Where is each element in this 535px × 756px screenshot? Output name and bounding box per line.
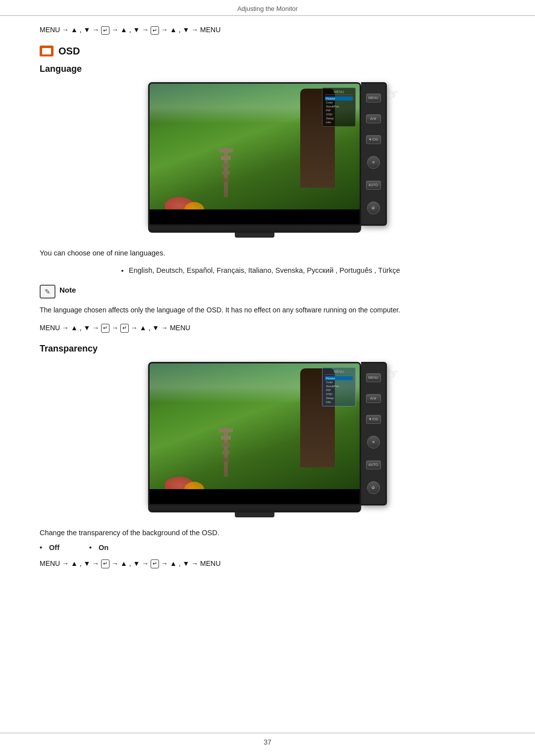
- osd-header: OSD: [40, 46, 495, 57]
- osd-overlay-2-item5: OSD: [325, 392, 353, 396]
- hand-cursor-icon-2: ☜: [385, 365, 400, 383]
- ctrl2-menu-shape: MENU: [366, 373, 381, 382]
- osd-menu-item-5: OSD: [325, 112, 353, 116]
- option-on-label: On: [99, 544, 108, 552]
- option-off-bullet: •: [40, 544, 42, 552]
- transparency-options: • Off • On: [40, 544, 495, 552]
- page-footer: 37: [0, 733, 535, 746]
- note-text: The language chosen affects only the lan…: [40, 304, 495, 315]
- monitor-stand-1: [235, 233, 274, 238]
- osd-menu-item-1: Picture: [325, 97, 353, 101]
- osd-icon: [40, 46, 54, 56]
- language-section: Language: [40, 64, 495, 333]
- monitor-screen-1: MENU Picture Color Size&Pos. PIP OSD Set…: [148, 82, 361, 226]
- ctrl-v-shape: ▼/OD: [366, 135, 381, 144]
- note-box: ✎ Note: [40, 285, 495, 299]
- note-icon: ✎: [40, 285, 55, 299]
- osd-overlay-2: MENU Picture Color Size&Pos. PIP OSD Set…: [322, 367, 356, 406]
- ctrl2-auto: AUTO: [361, 460, 385, 469]
- osd-menu-item-2: Color: [325, 101, 353, 104]
- monitor-stand-2: [235, 512, 274, 517]
- osd-overlay-2-item7: Info: [325, 400, 353, 404]
- osd-overlay-2-item4: PIP: [325, 388, 353, 392]
- language-section-title: Language: [40, 64, 495, 74]
- ctrl2-v-shape: ▼/OD: [366, 415, 381, 424]
- ctrl2-power-shape: ⏻: [367, 481, 380, 494]
- transparency-body-text: Change the transparency of the backgroun…: [40, 527, 495, 539]
- monitor-image-transparency: MENU Picture Color Size&Pos. PIP OSD Set…: [40, 362, 495, 517]
- ctrl2-a-shape: A/⊕: [366, 394, 381, 403]
- osd-menu-item-4: PIP: [325, 108, 353, 112]
- osd-overlay-2-item3: Size&Pos.: [325, 384, 353, 388]
- page-number: 37: [264, 738, 271, 746]
- osd-overlay-2-title: MENU: [325, 370, 353, 375]
- ctrl-power: ⏻: [361, 202, 385, 214]
- note-label: Note: [59, 285, 76, 294]
- page-header: Adjusting the Monitor: [0, 0, 535, 16]
- ctrl-power-shape: ⏻: [367, 202, 380, 214]
- monitor-container-2: MENU Picture Color Size&Pos. PIP OSD Set…: [148, 362, 387, 517]
- ctrl2-v: ▼/OD: [361, 415, 385, 424]
- nav-formula-1: MENU → ▲ , ▼ → ↵ → ▲ , ▼ → ↵ → ▲ , ▼ → M…: [40, 26, 495, 35]
- ctrl-a: A/⊕: [361, 114, 385, 123]
- language-list-text: English, Deutsch, Español, Français, Ita…: [129, 266, 400, 274]
- language-list-item: English, Deutsch, Español, Français, Ita…: [129, 264, 495, 277]
- osd-overlay-2-item6: Setup: [325, 396, 353, 400]
- transparency-section-title: Transparency: [40, 344, 495, 354]
- ctrl2-auto-shape: AUTO: [366, 460, 381, 469]
- ctrl2-power: ⏻: [361, 481, 385, 494]
- option-off-label: Off: [49, 544, 59, 552]
- osd-title: OSD: [58, 46, 80, 57]
- ctrl-enter-shape: ⊕: [367, 156, 380, 169]
- ctrl2-menu: MENU: [361, 373, 385, 382]
- osd-menu-item-6: Setup: [325, 116, 353, 120]
- osd-menu-item-7: Info: [325, 120, 353, 124]
- ctrl-auto-shape: AUTO: [366, 181, 381, 190]
- osd-overlay-1: MENU Picture Color Size&Pos. PIP OSD Set…: [322, 88, 356, 127]
- ctrl-v: ▼/OD: [361, 135, 385, 144]
- ctrl2-a: A/⊕: [361, 394, 385, 403]
- ctrl2-enter-shape: ⊕: [367, 436, 380, 449]
- ctrl-menu-shape: MENU: [366, 94, 381, 102]
- monitor-controls-1: MENU A/⊕ ▼/OD ⊕ AUTO ⏻: [361, 82, 387, 226]
- osd-overlay-title: MENU: [325, 90, 353, 95]
- nav-formula-3: MENU → ▲ , ▼ → ↵ → ▲ , ▼ → ↵ → ▲ , ▼ → M…: [40, 559, 495, 568]
- monitor-container-1: MENU Picture Color Size&Pos. PIP OSD Set…: [148, 82, 387, 238]
- osd-overlay-2-item2: Color: [325, 380, 353, 384]
- osd-icon-inner: [42, 48, 51, 54]
- transparency-section: Transparency: [40, 344, 495, 568]
- monitor-image-language: MENU Picture Color Size&Pos. PIP OSD Set…: [40, 82, 495, 238]
- option-on-bullet: •: [89, 544, 92, 552]
- hand-cursor-icon-1: ☜: [385, 85, 400, 103]
- ctrl-enter: ⊕: [361, 156, 385, 169]
- osd-overlay-2-item1: Picture: [325, 376, 353, 380]
- monitor-controls-2: MENU A/⊕ ▼/OD ⊕ AUTO ⏻: [361, 362, 387, 505]
- monitor-screen-2: MENU Picture Color Size&Pos. PIP OSD Set…: [148, 362, 361, 505]
- nav-formula-2: MENU → ▲ , ▼ → ↵ → ↵ → ▲ , ▼ → MENU: [40, 324, 495, 333]
- page-header-text: Adjusting the Monitor: [237, 5, 298, 12]
- language-body-text: You can choose one of nine languages.: [40, 248, 495, 259]
- ctrl-a-shape: A/⊕: [366, 114, 381, 123]
- ctrl2-enter: ⊕: [361, 436, 385, 449]
- language-list: English, Deutsch, Español, Français, Ita…: [119, 264, 495, 277]
- option-off: • Off: [40, 544, 59, 552]
- ctrl-auto: AUTO: [361, 181, 385, 190]
- ctrl-menu: MENU: [361, 94, 385, 102]
- osd-menu-item-3: Size&Pos.: [325, 104, 353, 108]
- option-on: • On: [89, 544, 108, 552]
